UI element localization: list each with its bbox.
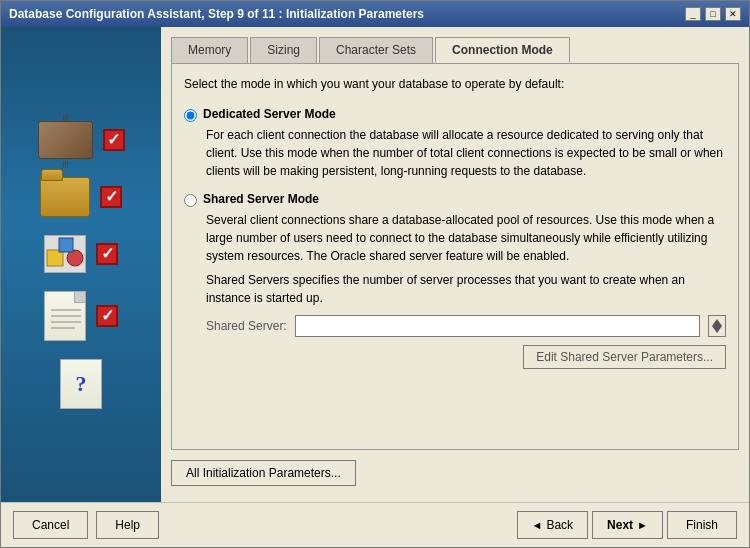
all-init-params-button[interactable]: All Initialization Parameters...	[171, 460, 356, 486]
shared-server-input[interactable]	[295, 315, 700, 337]
back-button[interactable]: ◄ Back	[517, 511, 589, 539]
shared-mode-group: Shared Server Mode Several client connec…	[184, 192, 726, 369]
dedicated-mode-desc: For each client connection the database …	[206, 126, 726, 180]
shared-mode-radio[interactable]	[184, 194, 197, 207]
main-window: Database Configuration Assistant, Step 9…	[0, 0, 750, 548]
back-label: Back	[546, 518, 573, 532]
folder-icon-1	[40, 177, 90, 217]
check-icon-1: ✓	[103, 129, 125, 151]
bottom-right-buttons: ◄ Back Next ► Finish	[517, 511, 738, 539]
shared-server-label: Shared Server:	[206, 319, 287, 333]
dedicated-mode-label[interactable]: Dedicated Server Mode	[203, 107, 336, 121]
bottom-bar: Cancel Help ◄ Back Next ► Finish	[1, 502, 749, 547]
chip-icon	[38, 121, 93, 159]
check-icon-2: ✓	[100, 186, 122, 208]
title-bar: Database Configuration Assistant, Step 9…	[1, 1, 749, 27]
all-params-row: All Initialization Parameters...	[171, 450, 739, 492]
right-panel: Memory Sizing Character Sets Connection …	[161, 27, 749, 502]
tab-content: Select the mode in which you want your d…	[171, 63, 739, 450]
tab-character-sets[interactable]: Character Sets	[319, 37, 433, 63]
icon-row-5: ?	[11, 359, 151, 409]
spinner-button[interactable]	[708, 315, 726, 337]
finish-button[interactable]: Finish	[667, 511, 737, 539]
close-button[interactable]: ✕	[725, 7, 741, 21]
icon-row-2: ✓	[11, 177, 151, 217]
shared-mode-radio-item: Shared Server Mode	[184, 192, 726, 207]
mode-description: Select the mode in which you want your d…	[184, 76, 726, 93]
check-icon-4: ✓	[96, 305, 118, 327]
tabs-row: Memory Sizing Character Sets Connection …	[171, 37, 739, 63]
tab-sizing[interactable]: Sizing	[250, 37, 317, 63]
dedicated-mode-radio-item: Dedicated Server Mode	[184, 107, 726, 122]
check-icon-3: ✓	[96, 243, 118, 265]
next-arrow-icon: ►	[637, 519, 648, 531]
shapes-icon	[44, 235, 86, 273]
edit-btn-row: Edit Shared Server Parameters...	[184, 345, 726, 369]
help-button[interactable]: Help	[96, 511, 159, 539]
cancel-button[interactable]: Cancel	[13, 511, 88, 539]
back-arrow-icon: ◄	[532, 519, 543, 531]
icon-row-3: ✓	[11, 235, 151, 273]
shared-mode-desc1: Several client connections share a datab…	[206, 211, 726, 265]
svg-rect-2	[59, 238, 73, 252]
title-bar-buttons: _ □ ✕	[685, 7, 741, 21]
svg-marker-7	[712, 319, 722, 326]
shared-mode-desc2: Shared Servers specifies the number of s…	[206, 271, 726, 307]
maximize-button[interactable]: □	[705, 7, 721, 21]
dedicated-mode-radio[interactable]	[184, 109, 197, 122]
icon-row-4: ✓	[11, 291, 151, 341]
icon-row-1: ✓	[11, 121, 151, 159]
window-title: Database Configuration Assistant, Step 9…	[9, 7, 424, 21]
edit-shared-server-button[interactable]: Edit Shared Server Parameters...	[523, 345, 726, 369]
next-button[interactable]: Next ►	[592, 511, 663, 539]
bottom-left-buttons: Cancel Help	[13, 511, 159, 539]
tab-memory[interactable]: Memory	[171, 37, 248, 63]
left-panel: ✓ ✓ ✓	[1, 27, 161, 502]
dedicated-mode-group: Dedicated Server Mode For each client co…	[184, 107, 726, 180]
docs-icon	[44, 291, 86, 341]
tab-connection-mode[interactable]: Connection Mode	[435, 37, 570, 63]
content-area: ✓ ✓ ✓	[1, 27, 749, 502]
shared-mode-label[interactable]: Shared Server Mode	[203, 192, 319, 206]
minimize-button[interactable]: _	[685, 7, 701, 21]
left-icons: ✓ ✓ ✓	[11, 121, 151, 409]
next-label: Next	[607, 518, 633, 532]
svg-marker-8	[712, 326, 722, 333]
shared-server-row: Shared Server:	[206, 315, 726, 337]
help-doc-icon: ?	[60, 359, 102, 409]
